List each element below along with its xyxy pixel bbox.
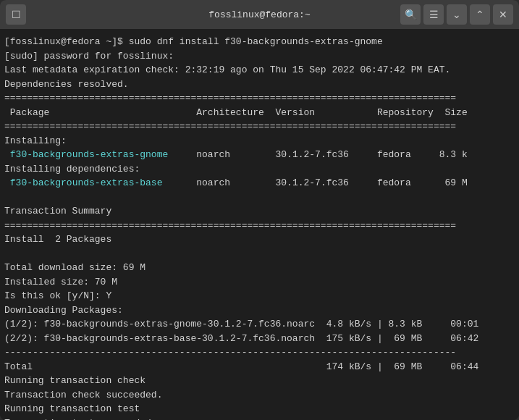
line-7: ========================================… [4,119,515,134]
line-6: Package Architecture Version Repository … [4,106,515,120]
line-16 [4,247,515,261]
chevron-up-icon: ⌃ [476,9,484,20]
title-bar-left: ☐ [6,4,26,25]
line-23: ----------------------------------------… [4,345,515,360]
line-22: (2/2): f30-backgrounds-extras-base-30.1.… [4,332,515,346]
line-4: Dependencies resolved. [4,77,515,92]
scroll-down-button[interactable]: ⌄ [447,4,467,25]
terminal-output[interactable]: [fosslinux@fedora ~]$ sudo dnf install f… [0,29,519,420]
line-2: [sudo] password for fosslinux: [4,49,515,64]
line-17: Total download size: 69 M [4,261,515,275]
chevron-down-icon: ⌄ [452,9,461,20]
line-18: Installed size: 70 M [4,275,515,290]
line-3: Last metadata expiration check: 2:32:19 … [4,63,515,77]
new-tab-button[interactable]: ☐ [6,4,26,25]
close-button[interactable]: ✕ [493,4,513,25]
close-icon: ✕ [499,9,507,20]
menu-icon: ☰ [429,9,439,20]
line-21: (1/2): f30-backgrounds-extras-gnome-30.1… [4,317,515,332]
line-19: Is this ok [y/N]: Y [4,289,515,303]
new-tab-icon: ☐ [12,9,21,20]
line-25: Running transaction check [4,374,515,388]
line-5: ========================================… [4,91,515,106]
terminal-window: ☐ fosslinux@fedora:~ 🔍 ☰ ⌄ ⌃ ✕ [fosslinu… [0,0,519,420]
pkg-base: f30-backgrounds-extras-base [10,177,163,188]
line-20: Downloading Packages: [4,303,515,318]
scroll-up-button[interactable]: ⌃ [470,4,490,25]
line-11: f30-backgrounds-extras-base noarch 30.1.… [4,176,515,190]
line-9: f30-backgrounds-extras-gnome noarch 30.1… [4,148,515,162]
line-13: Transaction Summary [4,204,515,219]
line-12 [4,190,515,205]
pkg-gnome: f30-backgrounds-extras-gnome [10,149,168,160]
line-28: Transaction test succeeded. [4,416,515,421]
line-26: Transaction check succeeded. [4,388,515,403]
search-icon: 🔍 [405,9,417,20]
line-8: Installing: [4,134,515,148]
title-bar: ☐ fosslinux@fedora:~ 🔍 ☰ ⌄ ⌃ ✕ [0,0,519,29]
line-27: Running transaction test [4,402,515,416]
line-24: Total 174 kB/s | 69 MB 06:44 [4,360,515,374]
line-14: ========================================… [4,219,515,233]
line-1: [fosslinux@fedora ~]$ sudo dnf install f… [4,35,515,49]
title-bar-controls: 🔍 ☰ ⌄ ⌃ ✕ [400,4,513,25]
menu-button[interactable]: ☰ [423,4,444,25]
line-10: Installing dependencies: [4,162,515,177]
line-15: Install 2 Packages [4,232,515,247]
window-title: fosslinux@fedora:~ [208,9,310,20]
search-button[interactable]: 🔍 [400,4,421,25]
